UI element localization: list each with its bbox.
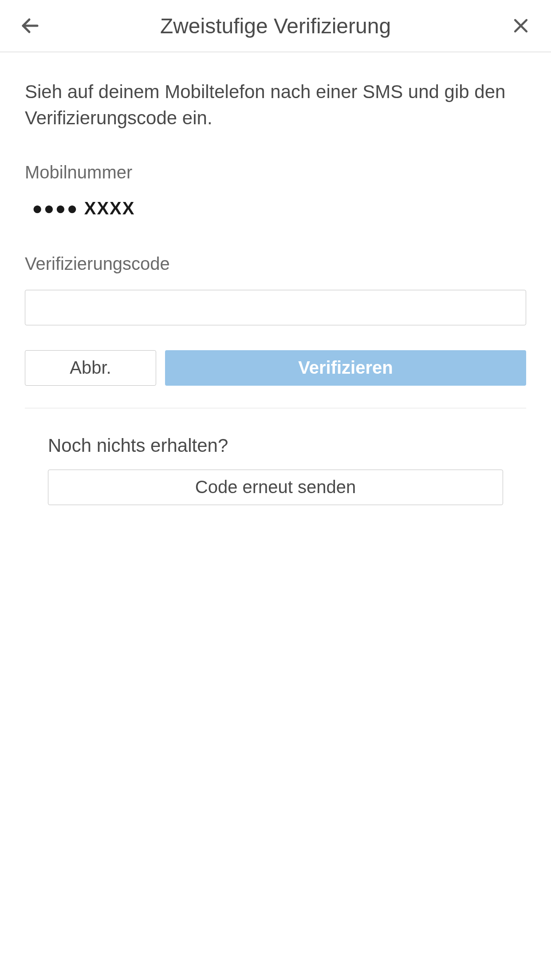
page-title: Zweistufige Verifizierung: [43, 14, 508, 38]
button-row: Abbr. Verifizieren: [25, 350, 526, 386]
mobile-number-value: ●●●● XXXX: [25, 198, 526, 218]
verify-button[interactable]: Verifizieren: [165, 350, 526, 386]
back-button[interactable]: [18, 13, 43, 38]
header: Zweistufige Verifizierung: [0, 0, 551, 52]
verification-code-label: Verifizierungscode: [25, 254, 526, 274]
instruction-text: Sieh auf deinem Mobiltelefon nach einer …: [25, 79, 526, 131]
cancel-button[interactable]: Abbr.: [25, 350, 156, 386]
content-area: Sieh auf deinem Mobiltelefon nach einer …: [0, 52, 551, 505]
verification-code-input[interactable]: [25, 290, 526, 325]
mobile-number-label: Mobilnummer: [25, 162, 526, 182]
close-button[interactable]: [508, 13, 533, 38]
resend-code-button[interactable]: Code erneut senden: [48, 470, 503, 505]
divider: [25, 408, 526, 408]
resend-prompt: Noch nichts erhalten?: [48, 435, 503, 456]
resend-section: Noch nichts erhalten? Code erneut senden: [25, 435, 526, 505]
arrow-left-icon: [20, 15, 41, 36]
close-icon: [511, 16, 531, 36]
